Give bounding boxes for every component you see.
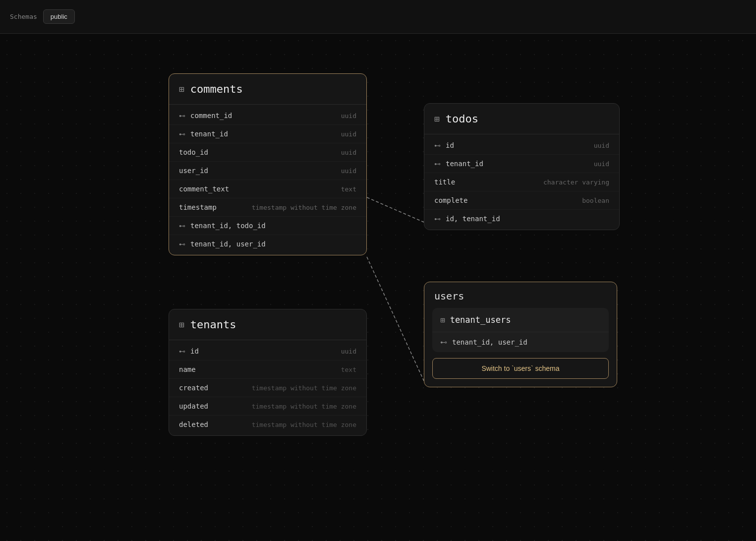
schemas-label: Schemas bbox=[10, 13, 37, 20]
key-icon: ⊷ bbox=[434, 142, 441, 149]
key-icon: ⊷ bbox=[179, 240, 185, 248]
table-icon: ⊞ bbox=[179, 319, 184, 330]
key-icon: ⊷ bbox=[434, 215, 441, 223]
table-icon: ⊞ bbox=[440, 315, 445, 325]
col-name: tenant_id, user_id bbox=[452, 338, 527, 346]
col-name: name bbox=[179, 365, 196, 373]
col-name: comment_id bbox=[190, 112, 232, 120]
table-row: ⊷ id, tenant_id bbox=[424, 210, 619, 228]
col-name: timestamp bbox=[179, 203, 217, 211]
table-row: deleted timestamp without time zone bbox=[169, 416, 366, 433]
col-name: tenant_id bbox=[446, 160, 483, 168]
col-type: uuid bbox=[341, 167, 356, 175]
col-type: timestamp without time zone bbox=[252, 403, 356, 410]
key-icon: ⊷ bbox=[440, 338, 447, 346]
col-name: complete bbox=[434, 196, 467, 204]
table-row: ⊷ id uuid bbox=[424, 136, 619, 155]
table-row: title character varying bbox=[424, 173, 619, 191]
table-row: ⊷ tenant_id, todo_id bbox=[169, 217, 366, 235]
col-type: timestamp without time zone bbox=[252, 421, 356, 428]
users-label: users bbox=[432, 290, 609, 302]
tenants-table-header: ⊞ tenants bbox=[169, 309, 366, 340]
top-bar: Schemas public bbox=[0, 0, 756, 34]
key-icon: ⊷ bbox=[179, 112, 185, 120]
col-type: timestamp without time zone bbox=[252, 384, 356, 392]
users-outer-container: users ⊞ tenant_users ⊷ tenant_id, user_i… bbox=[424, 282, 617, 387]
table-row: ⊷ tenant_id, user_id bbox=[169, 235, 366, 253]
col-type: uuid bbox=[341, 130, 356, 138]
col-name: title bbox=[434, 178, 455, 186]
col-type: text bbox=[341, 366, 356, 373]
svg-line-0 bbox=[367, 197, 424, 222]
comments-table: ⊞ comments ⊷ comment_id uuid ⊷ tenant_id… bbox=[169, 73, 367, 255]
tenant-users-card: ⊞ tenant_users ⊷ tenant_id, user_id bbox=[432, 308, 609, 352]
tenant-users-row: ⊷ tenant_id, user_id bbox=[432, 332, 609, 352]
tenants-table-body: ⊷ id uuid name text created timestamp wi… bbox=[169, 340, 366, 435]
table-row: comment_text text bbox=[169, 180, 366, 198]
todos-table-header: ⊞ todos bbox=[424, 104, 619, 134]
key-icon: ⊷ bbox=[434, 160, 441, 168]
col-name: created bbox=[179, 384, 208, 392]
table-row: updated timestamp without time zone bbox=[169, 397, 366, 416]
col-type: uuid bbox=[341, 112, 356, 120]
comments-table-header: ⊞ comments bbox=[169, 74, 366, 105]
table-icon: ⊞ bbox=[434, 114, 440, 124]
tenants-table-name: tenants bbox=[190, 318, 236, 331]
tenants-table: ⊞ tenants ⊷ id uuid name text bbox=[169, 309, 367, 436]
todos-table: ⊞ todos ⊷ id uuid ⊷ tenant_id uuid bbox=[424, 103, 620, 230]
key-icon: ⊷ bbox=[179, 222, 185, 230]
col-type: uuid bbox=[341, 348, 356, 355]
todos-table-name: todos bbox=[446, 113, 478, 125]
col-name: todo_id bbox=[179, 148, 208, 156]
table-row: todo_id uuid bbox=[169, 143, 366, 162]
table-row: created timestamp without time zone bbox=[169, 379, 366, 397]
schema-badge[interactable]: public bbox=[43, 9, 75, 24]
tenant-users-header: ⊞ tenant_users bbox=[432, 308, 609, 332]
col-name: id bbox=[190, 347, 199, 355]
col-type: uuid bbox=[341, 149, 356, 156]
todos-table-body: ⊷ id uuid ⊷ tenant_id uuid title charact… bbox=[424, 134, 619, 230]
col-name: tenant_id, todo_id bbox=[190, 222, 266, 230]
col-type: uuid bbox=[594, 160, 609, 168]
table-row: ⊷ tenant_id uuid bbox=[169, 125, 366, 143]
col-name: user_id bbox=[179, 167, 208, 175]
col-type: text bbox=[341, 185, 356, 193]
table-icon: ⊞ bbox=[179, 84, 184, 94]
col-name: deleted bbox=[179, 421, 208, 428]
comments-table-body: ⊷ comment_id uuid ⊷ tenant_id uuid todo_… bbox=[169, 105, 366, 255]
svg-line-1 bbox=[367, 257, 424, 381]
table-row: name text bbox=[169, 361, 366, 379]
table-row: ⊷ id uuid bbox=[169, 342, 366, 361]
col-type: character varying bbox=[543, 179, 609, 186]
comments-table-name: comments bbox=[190, 83, 243, 95]
col-name: tenant_id bbox=[190, 130, 228, 138]
col-name: updated bbox=[179, 402, 208, 410]
key-icon: ⊷ bbox=[179, 348, 185, 355]
col-type: uuid bbox=[594, 142, 609, 149]
col-name: id bbox=[446, 141, 454, 149]
col-name: comment_text bbox=[179, 185, 229, 193]
col-type: boolean bbox=[582, 197, 609, 204]
connectors bbox=[0, 34, 756, 541]
table-row: ⊷ tenant_id uuid bbox=[424, 155, 619, 173]
table-row: complete boolean bbox=[424, 191, 619, 210]
switch-schema-button[interactable]: Switch to `users` schema bbox=[432, 358, 609, 379]
col-type: timestamp without time zone bbox=[252, 204, 356, 211]
col-name: id, tenant_id bbox=[446, 215, 500, 223]
table-row: timestamp timestamp without time zone bbox=[169, 198, 366, 217]
tenant-users-name: tenant_users bbox=[450, 315, 511, 325]
col-name: tenant_id, user_id bbox=[190, 240, 266, 248]
canvas: ⊞ comments ⊷ comment_id uuid ⊷ tenant_id… bbox=[0, 34, 756, 541]
table-row: user_id uuid bbox=[169, 162, 366, 180]
key-icon: ⊷ bbox=[179, 130, 185, 138]
table-row: ⊷ comment_id uuid bbox=[169, 107, 366, 125]
